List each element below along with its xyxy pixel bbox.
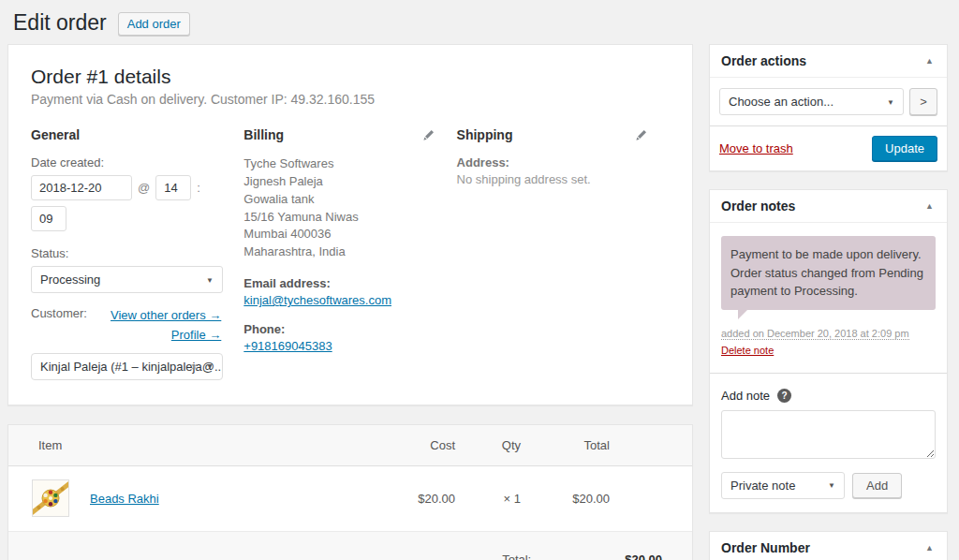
order-actions-header[interactable]: Order actions ▲ [710, 45, 947, 78]
items-header-item: Item [8, 438, 380, 452]
chevron-up-icon[interactable]: ▲ [923, 201, 936, 211]
order-number-header[interactable]: Order Number ▲ [710, 532, 947, 560]
clear-icon[interactable]: × [190, 360, 198, 374]
sidebar: Order actions ▲ Choose an action... ▼ > … [709, 44, 948, 560]
shipping-address-value: No shipping address set. [457, 172, 591, 186]
add-note-textarea[interactable] [721, 410, 936, 459]
email-link[interactable]: kinjal@tychesoftwares.com [243, 293, 391, 307]
billing-address: Tyche Softwares Jignesh Paleja Gowalia t… [243, 155, 434, 261]
order-notes-header[interactable]: Order notes ▲ [710, 190, 947, 223]
pencil-icon [422, 129, 435, 141]
update-button[interactable]: Update [872, 136, 937, 161]
order-action-select[interactable]: Choose an action... ▼ [719, 88, 904, 115]
billing-section: Billing Tyche Softwares Jignesh Paleja G… [243, 127, 456, 380]
note-type-select[interactable]: Private note ▼ [721, 472, 845, 499]
shipping-heading: Shipping [457, 127, 513, 142]
chevron-down-icon: ▼ [828, 481, 835, 490]
delete-note-link[interactable]: Delete note [721, 345, 774, 356]
customer-select[interactable]: Kinjal Paleja (#1 – kinjalpaleja@... × ▼ [31, 353, 223, 380]
order-details-panel: Order #1 details Payment via Cash on del… [7, 44, 693, 405]
billing-address-line: Jignesh Paleja [243, 173, 434, 191]
time-colon: : [197, 181, 200, 195]
profile-link[interactable]: Profile → [111, 326, 221, 346]
product-thumbnail [32, 479, 69, 517]
note-bubble: Payment to be made upon delivery. Order … [721, 236, 936, 310]
product-name-link[interactable]: Beads Rakhi [90, 492, 159, 506]
order-note: Payment to be made upon delivery. Order … [710, 223, 947, 373]
billing-heading: Billing [243, 127, 284, 142]
general-section: General Date created: @ : Status: Proces… [31, 127, 243, 380]
edit-billing-button[interactable] [422, 129, 435, 141]
chevron-up-icon[interactable]: ▲ [923, 543, 936, 553]
order-actions-title: Order actions [721, 53, 806, 68]
at-sign: @ [138, 181, 150, 195]
page-title: Edit order [13, 9, 107, 37]
date-created-label: Date created: [31, 155, 221, 169]
items-header-total: Total [521, 438, 610, 452]
billing-address-line: 15/16 Yamuna Niwas [243, 209, 434, 227]
billing-address-line: Tyche Softwares [243, 155, 434, 173]
items-table-header: Item Cost Qty Total [8, 425, 692, 466]
pencil-icon [635, 129, 647, 141]
apply-action-button[interactable]: > [909, 88, 937, 115]
customer-label: Customer: [31, 306, 87, 346]
order-notes-title: Order notes [721, 199, 795, 214]
item-row: Beads Rakhi $20.00 × 1 $20.00 [8, 466, 692, 532]
content-area: Order #1 details Payment via Cash on del… [0, 44, 959, 560]
note-timestamp: added on December 20, 2018 at 2:09 pm [721, 328, 909, 340]
order-actions-panel: Order actions ▲ Choose an action... ▼ > … [709, 44, 948, 171]
order-totals-row: Total: $20.00 [8, 532, 692, 560]
chevron-down-icon: ▼ [206, 362, 214, 371]
order-items-panel: Item Cost Qty Total [7, 424, 693, 560]
order-total-label: Total: [502, 553, 531, 560]
items-header-cost: Cost [380, 438, 455, 452]
chevron-down-icon: ▼ [887, 97, 894, 106]
billing-address-line: Mumbai 400036 [243, 226, 434, 243]
help-icon[interactable]: ? [777, 389, 791, 403]
order-number-title: Order Number [721, 540, 810, 555]
order-action-select-value: Choose an action... [729, 95, 834, 109]
order-total-value: $20.00 [625, 553, 662, 560]
order-subtitle: Payment via Cash on delivery. Customer I… [31, 92, 670, 107]
status-label: Status: [31, 246, 221, 260]
note-type-select-value: Private note [730, 479, 795, 493]
move-to-trash-link[interactable]: Move to trash [719, 141, 793, 155]
main-column: Order #1 details Payment via Cash on del… [7, 44, 693, 560]
order-notes-panel: Order notes ▲ Payment to be made upon de… [709, 189, 948, 513]
billing-address-line: Maharashtra, India [243, 243, 434, 261]
item-total: $20.00 [521, 492, 610, 506]
item-cost: $20.00 [380, 492, 455, 506]
item-qty: × 1 [455, 492, 521, 506]
date-input[interactable] [31, 175, 132, 200]
general-heading: General [31, 127, 80, 142]
phone-link[interactable]: +918169045383 [243, 339, 332, 353]
hour-input[interactable] [155, 175, 191, 200]
order-title: Order #1 details [31, 66, 670, 88]
view-other-orders-link[interactable]: View other orders → [111, 306, 221, 326]
chevron-down-icon: ▼ [206, 275, 214, 284]
status-select[interactable]: Processing ▼ [31, 266, 223, 293]
shipping-section: Shipping Address: No shipping address se… [457, 127, 670, 380]
phone-label: Phone: [243, 322, 434, 336]
chevron-up-icon[interactable]: ▲ [923, 56, 936, 66]
order-number-panel: Order Number ▲ [709, 531, 948, 560]
page-header: Edit order Add order [0, 0, 959, 44]
add-order-button[interactable]: Add order [118, 12, 190, 36]
add-note-section: Add note ? Private note ▼ Add [710, 373, 947, 512]
add-note-label: Add note [721, 389, 770, 403]
add-note-button[interactable]: Add [852, 473, 902, 498]
edit-shipping-button[interactable] [635, 129, 647, 141]
billing-address-line: Gowalia tank [243, 191, 434, 209]
rakhi-product-image [33, 480, 68, 516]
shipping-address-label: Address: [457, 155, 647, 169]
items-header-qty: Qty [455, 438, 521, 452]
status-select-value: Processing [40, 273, 100, 287]
minute-input[interactable] [31, 206, 66, 231]
email-label: Email address: [243, 276, 434, 290]
